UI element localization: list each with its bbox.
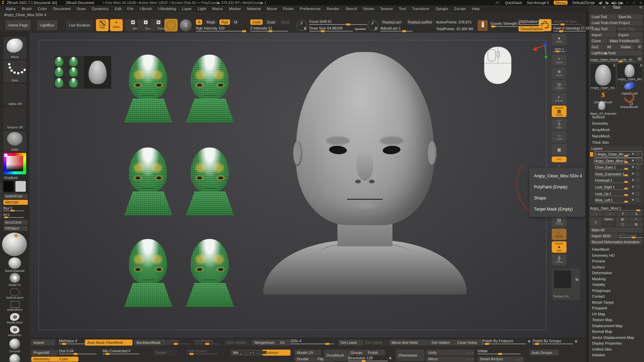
layer-row[interactable]: Angry_Open_Mout 1	[594, 158, 642, 165]
a-toggle-button[interactable]: A	[196, 19, 202, 25]
flip-button[interactable]: Flip	[315, 357, 333, 362]
menu-item[interactable]: Transform	[409, 5, 432, 12]
right-shelf-button[interactable]: Dynamic ▦ Persp	[552, 106, 567, 117]
menu-item[interactable]: Dynamics	[89, 5, 111, 12]
tool-section-header[interactable]: Surface	[589, 264, 644, 270]
panel-divider[interactable]	[586, 5, 589, 362]
lightbox-tools-button[interactable]: Lightbox▶Tools	[590, 50, 643, 56]
mdd-speed-slider[interactable]: MDD Speed	[619, 233, 643, 239]
save-as-button[interactable]: Save As	[617, 14, 643, 19]
base-export-tool-item[interactable]: 13 Base_07_Exportin	[590, 103, 624, 113]
menus-toggle-button[interactable]: Menus	[554, 1, 568, 5]
mrgb-button[interactable]: Mrgb	[205, 19, 217, 25]
layer-mini-button[interactable]: ▫	[602, 222, 615, 227]
layer-row[interactable]: Deep_Expression 1	[594, 171, 642, 178]
min-connected-slider[interactable]: Min Connected F	[103, 349, 140, 354]
mirror-button[interactable]: Mirrorx y z	[426, 357, 474, 362]
fold-strip[interactable]: ▲▼	[238, 351, 266, 354]
layer-split-button[interactable]: ↱	[617, 212, 630, 216]
del-lower-button[interactable]: Del Lower	[338, 340, 364, 346]
load-tools-from-project-button[interactable]: Load Tools From Project	[590, 20, 643, 25]
zadd-button[interactable]: Zadd	[250, 19, 263, 25]
right-shelf-button[interactable]: ⊕ Zoom	[552, 67, 567, 79]
tool-section-header[interactable]: Polypaint	[589, 305, 644, 311]
layer-record-dot[interactable]	[632, 173, 634, 175]
current-material-sphere[interactable]	[2, 233, 27, 256]
popup-item[interactable]: Target Mask (Empty)	[534, 204, 585, 215]
layer-intensity-track[interactable]	[596, 157, 629, 157]
layer-visibility-eye-icon[interactable]	[636, 192, 639, 195]
menu-item[interactable]: Material	[244, 5, 264, 12]
tool-section-header[interactable]: Geometry HD	[589, 253, 644, 259]
menu-item[interactable]: Draw	[73, 5, 89, 12]
dock-right-icon[interactable]: ▤▶	[617, 1, 624, 5]
stroke-dial-icon[interactable]: S	[297, 20, 307, 31]
layer-visibility-eye-icon[interactable]	[636, 179, 639, 182]
texture-thumbnail[interactable]: Texture Off	[3, 107, 26, 129]
mask-lasso-icon[interactable]	[10, 313, 19, 321]
lightbox-button[interactable]: LightBox	[37, 20, 57, 30]
layer-intensity-track[interactable]	[596, 189, 629, 190]
accucurve-button[interactable]: AccuCurve	[3, 220, 28, 225]
right-shelf-button[interactable]: + Scroll	[552, 55, 567, 66]
split-screen-slider[interactable]: Split Screen	[187, 349, 217, 354]
recent-tool-thumbnail[interactable]: 9 Angry_Open_Mo	[617, 63, 643, 81]
z-intensity-slider[interactable]: Z Intensity 51	[250, 26, 288, 32]
layer-move-down-button[interactable]: ↓	[603, 212, 616, 216]
history-icon[interactable]: ⟲	[639, 5, 642, 10]
dock-left-icon[interactable]: ◀▤	[610, 1, 617, 5]
edit-button[interactable]: Edit	[96, 19, 109, 31]
right-shelf-button[interactable]: ╬ Xpose	[552, 254, 567, 265]
rgb-intensity-slider[interactable]: Rgb Intensity 100	[196, 26, 246, 32]
tool-section-header[interactable]: Morph Target	[589, 300, 644, 306]
layer-visibility-eye-icon[interactable]	[636, 172, 639, 176]
menu-item[interactable]: Preferences	[297, 5, 324, 12]
right-shelf-button[interactable]: SPix 3	[552, 47, 567, 53]
right-tray-icon[interactable]: ‖▶	[604, 1, 610, 5]
menu-item[interactable]: Picker	[280, 5, 297, 12]
tool-section-header[interactable]: Vector Displacement Map	[589, 335, 644, 341]
tool-section-header[interactable]: Preview	[589, 258, 644, 264]
goz-visible-button[interactable]: Visible	[619, 44, 636, 50]
goz-button[interactable]: GoZ	[590, 44, 605, 50]
menu-item[interactable]: Zscript	[451, 5, 469, 12]
rotate-button[interactable]: RRotate	[150, 19, 162, 31]
adjust-last-slider[interactable]: AdjustLast 1	[380, 26, 413, 32]
polish-by-features-slider[interactable]: Polish By Features	[482, 339, 526, 344]
unify-button[interactable]: Unifyx y z	[426, 350, 474, 356]
layer-row[interactable]: Close_Eyes 1	[594, 164, 642, 171]
texture-thumb[interactable]	[554, 270, 571, 288]
popup-item[interactable]: PolyPaint (Empty)	[534, 182, 585, 193]
right-shelf-button[interactable]: ◌ Ghost	[552, 229, 567, 240]
right-shelf-button[interactable]: ◎ Actual	[552, 80, 567, 92]
layer-intensity-track[interactable]	[596, 163, 629, 163]
layer-visibility-eye-icon[interactable]	[636, 159, 639, 163]
colorize-button[interactable]: Colorize	[262, 350, 290, 356]
live-boolean-button[interactable]: Live Boolean	[66, 20, 93, 30]
layer-intensity-track[interactable]	[596, 170, 629, 170]
layer-name-button[interactable]: Name	[602, 217, 615, 222]
menu-item[interactable]: Brush	[18, 5, 35, 12]
color-picker[interactable]	[3, 153, 26, 174]
goz-all-button[interactable]: All	[605, 44, 618, 50]
polish-groups-mode-dot[interactable]	[575, 340, 577, 343]
dynamic-label[interactable]: Dynamic	[355, 27, 366, 31]
tool-section-header[interactable]: Initialize	[589, 352, 644, 358]
double-button[interactable]: Double	[294, 357, 316, 362]
layer-row[interactable]: 1 Angry_Close_Mo ↔	[594, 151, 642, 158]
saturation-value-square[interactable]	[6, 156, 23, 171]
tool-section-header[interactable]: Polygroups	[589, 288, 644, 294]
main-color-swatch[interactable]	[3, 181, 14, 192]
zcut-button[interactable]: Zcut	[280, 19, 291, 25]
export-tool-button[interactable]: Export	[617, 32, 643, 38]
right-shelf-button[interactable]: ▣	[552, 144, 567, 155]
menu-item[interactable]: Layer	[179, 5, 195, 12]
menu-item[interactable]: Marker	[226, 5, 244, 12]
right-shelf-button[interactable]: XYZ	[552, 157, 567, 162]
see-through-slider[interactable]: See-through 0	[527, 1, 549, 5]
right-shelf-button[interactable]: ◐ AAHalf	[552, 93, 567, 104]
menu-item[interactable]: Help	[469, 5, 483, 12]
default-zscript-button[interactable]: DefaultZScript	[572, 1, 595, 5]
delete-button[interactable]: Delete	[153, 350, 177, 356]
tool-section-header[interactable]: Texture Map	[589, 317, 644, 323]
